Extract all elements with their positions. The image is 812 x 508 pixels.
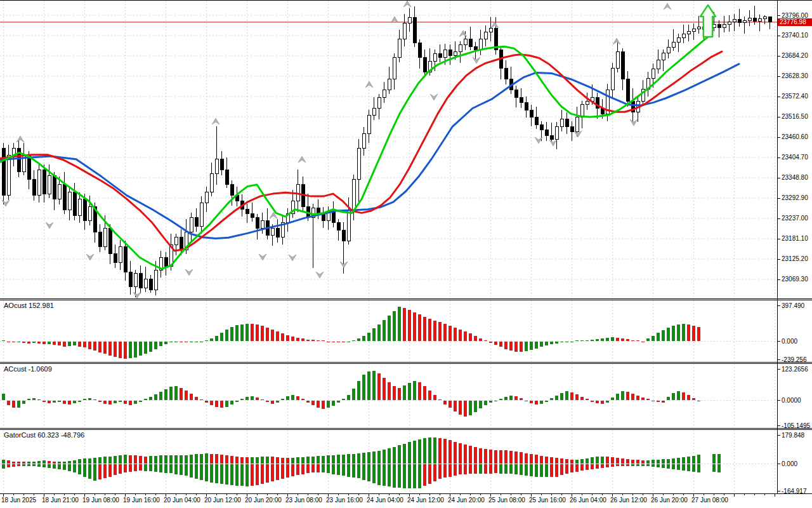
price-tick-label: 23740.10 <box>782 32 808 39</box>
ao-bar <box>555 342 558 344</box>
ao-bar <box>352 340 355 341</box>
gator-lower-bar <box>606 464 609 467</box>
gator-upper-bar <box>464 444 467 464</box>
ac-bar <box>129 401 132 405</box>
gator-lower-bar <box>433 464 436 481</box>
ac-bar <box>73 401 76 403</box>
price-tick-label: 23181.10 <box>782 235 808 242</box>
gator-upper-bar <box>489 450 492 464</box>
gator-upper-bar <box>149 456 152 464</box>
candle-bear <box>63 185 66 210</box>
gator-lower-bar <box>636 464 639 466</box>
ao-bar <box>403 308 406 341</box>
ao-bar <box>93 342 96 351</box>
ao-bar <box>98 342 102 352</box>
ac-bar <box>352 389 355 400</box>
gator-upper-bar <box>93 458 96 464</box>
candle-bull <box>575 117 579 132</box>
gator-lower-bar <box>296 464 299 475</box>
gator-upper-bar <box>504 450 508 464</box>
ac-bar <box>504 397 508 400</box>
ao-bar <box>646 338 650 341</box>
ac-bar <box>403 385 406 400</box>
ac-bar <box>646 399 650 400</box>
ao-bar <box>53 342 56 345</box>
ac-scale-label: 0.0000 <box>782 397 801 404</box>
candle-bear <box>32 179 36 196</box>
gator-upper-bar <box>185 455 188 464</box>
gator-upper-bar <box>240 457 244 464</box>
ac-bar <box>621 391 624 400</box>
ao-bar <box>667 328 670 341</box>
candle-bear <box>256 217 259 228</box>
gator-lower-bar <box>63 464 66 470</box>
ao-bar <box>575 340 579 341</box>
ao-bar <box>377 324 381 341</box>
gator-upper-bar <box>22 462 25 464</box>
gator-upper-bar <box>657 460 660 464</box>
gator-lower-bar <box>261 464 264 484</box>
gator-lower-bar <box>306 464 310 473</box>
candle-bear <box>540 124 543 130</box>
gator-upper-bar <box>646 460 650 464</box>
gator-upper-bar <box>83 458 86 464</box>
ao-bar <box>682 324 685 341</box>
time-tick-label: 23 Jun 16:00 <box>326 497 363 504</box>
gator-upper-bar <box>332 455 335 464</box>
ac-bar <box>423 386 426 400</box>
ac-bar <box>530 401 533 403</box>
gator-lower-bar <box>682 464 685 471</box>
candle-bear <box>550 135 553 139</box>
ao-bar <box>306 340 310 341</box>
gator-upper-bar <box>428 438 431 464</box>
ac-bar <box>200 399 203 400</box>
time-tick-label: 26 Jun 20:00 <box>651 497 688 504</box>
ao-bar <box>108 342 112 356</box>
gator-lower-bar <box>195 464 198 479</box>
gator-upper-bar <box>296 457 299 464</box>
ac-bar <box>134 401 137 404</box>
gator-upper-bar <box>327 455 330 464</box>
ao-bar <box>210 338 213 341</box>
ao-bar <box>662 330 665 341</box>
gator-upper-bar <box>139 456 142 464</box>
gator-upper-bar <box>692 456 695 464</box>
gator-lower-bar <box>393 464 396 488</box>
gator-lower-bar <box>545 464 548 477</box>
gator-upper-bar <box>367 452 370 464</box>
ac-bar <box>682 392 685 400</box>
chart-canvas[interactable]: 23796.0023740.1023684.2023628.3023572.40… <box>0 0 812 508</box>
gator-lower-bar <box>596 464 599 469</box>
ao-bar <box>225 330 228 341</box>
ao-bar <box>12 342 15 342</box>
ao-bar <box>525 342 528 351</box>
gator-upper-bar <box>443 439 447 464</box>
gator-upper-bar <box>687 457 690 464</box>
ao-bar <box>509 342 513 351</box>
gator-lower-bar <box>342 464 345 476</box>
ao-bar <box>616 338 619 341</box>
ao-bar <box>454 328 457 341</box>
candle-bull <box>652 69 655 79</box>
ac-bar <box>114 401 117 403</box>
ao-bar <box>215 336 218 341</box>
gator-lower-bar <box>124 464 127 472</box>
ao-bar <box>560 342 563 342</box>
gator-lower-bar <box>27 464 30 466</box>
gator-lower-bar <box>530 464 533 476</box>
gator-upper-bar <box>32 462 36 464</box>
gator-lower-bar <box>367 464 370 481</box>
ao-bar <box>37 342 41 344</box>
candle-bull <box>68 192 71 210</box>
ao-bar <box>103 342 107 354</box>
gator-lower-bar <box>377 464 381 485</box>
ac-bar <box>103 401 107 404</box>
gator-lower-bar <box>256 464 259 485</box>
gator-upper-bar <box>215 454 218 464</box>
candle-bull <box>377 97 381 108</box>
ac-bar <box>560 393 563 400</box>
candle-bull <box>443 50 447 57</box>
gator-upper-bar <box>362 453 365 464</box>
candle-bear <box>230 185 233 196</box>
indicator-label-ao: AOcust 152.981 <box>4 302 54 309</box>
